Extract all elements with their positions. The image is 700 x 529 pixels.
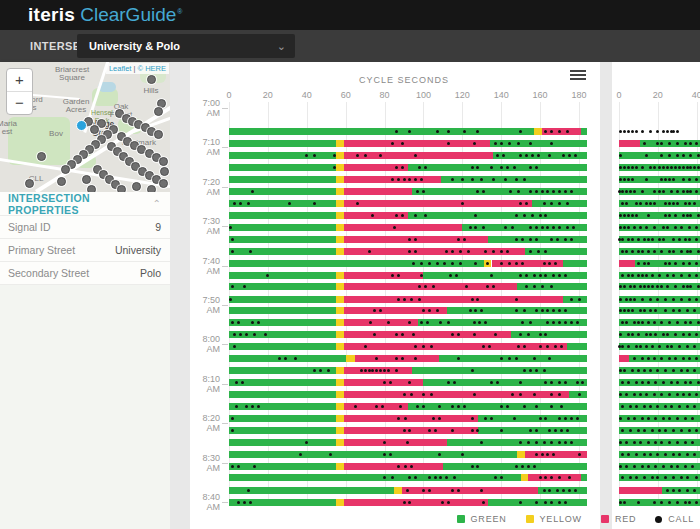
signal-marker[interactable] bbox=[132, 182, 141, 191]
main-content: + − Leaflet | © HERE Briarcrest SquareAs… bbox=[0, 62, 700, 529]
call-dot bbox=[641, 130, 644, 133]
call-dot bbox=[451, 429, 454, 432]
call-dot bbox=[562, 489, 565, 492]
call-dot bbox=[414, 178, 417, 181]
call-dot bbox=[519, 501, 522, 504]
time-axis-tick bbox=[222, 502, 228, 503]
call-dot bbox=[578, 453, 581, 456]
call-dot bbox=[486, 262, 489, 265]
phase-segment-r bbox=[619, 260, 635, 267]
call-dot bbox=[529, 226, 532, 229]
call-dot bbox=[672, 453, 675, 456]
call-dot bbox=[523, 369, 526, 372]
call-dot bbox=[643, 238, 646, 241]
call-dot bbox=[247, 202, 250, 205]
call-dot bbox=[682, 166, 685, 169]
time-axis-label: 7:10 AM bbox=[190, 137, 220, 157]
call-dot bbox=[484, 250, 487, 253]
call-dot bbox=[525, 202, 528, 205]
signal-marker[interactable] bbox=[160, 167, 169, 176]
time-axis-tick bbox=[222, 423, 228, 424]
map-attribution: Leaflet | © HERE bbox=[106, 63, 169, 74]
call-dot bbox=[523, 178, 526, 181]
call-dot bbox=[471, 417, 474, 420]
call-dot bbox=[680, 429, 683, 432]
call-dot bbox=[623, 130, 626, 133]
here-link[interactable]: © HERE bbox=[138, 64, 166, 73]
call-dot bbox=[653, 226, 656, 229]
call-dot bbox=[539, 214, 542, 217]
map-zoom-out-button[interactable]: − bbox=[7, 92, 32, 114]
top-brand-bar: iteris ClearGuide® bbox=[0, 0, 700, 30]
phase-segment-g bbox=[490, 140, 587, 147]
call-dot bbox=[631, 214, 634, 217]
call-dot bbox=[305, 441, 308, 444]
call-dot bbox=[682, 154, 685, 157]
signal-marker[interactable] bbox=[154, 107, 163, 116]
call-dot bbox=[676, 130, 679, 133]
call-dot bbox=[564, 501, 567, 504]
call-dot bbox=[395, 333, 398, 336]
call-dot bbox=[506, 166, 509, 169]
leaflet-link[interactable]: Leaflet bbox=[109, 64, 132, 73]
call-dot bbox=[515, 214, 518, 217]
call-dot bbox=[618, 190, 621, 193]
call-dot bbox=[471, 166, 474, 169]
call-dot bbox=[631, 369, 634, 372]
phase-segment-y bbox=[534, 128, 542, 135]
call-dot bbox=[430, 393, 433, 396]
map-zoom-in-button[interactable]: + bbox=[7, 69, 32, 92]
call-dot bbox=[541, 190, 544, 193]
property-label: Signal ID bbox=[0, 221, 155, 233]
call-dot bbox=[356, 202, 359, 205]
call-dot bbox=[251, 405, 254, 408]
call-dot bbox=[387, 369, 390, 372]
phase-segment-g bbox=[229, 463, 336, 470]
call-dot bbox=[389, 381, 392, 384]
call-dot bbox=[383, 369, 386, 372]
phase-segment-g bbox=[229, 212, 336, 219]
signal-marker[interactable] bbox=[147, 75, 156, 84]
call-dot bbox=[461, 178, 464, 181]
map-panel[interactable]: + − Leaflet | © HERE Briarcrest SquareAs… bbox=[0, 62, 170, 192]
call-dot bbox=[533, 465, 536, 468]
call-dot bbox=[471, 298, 474, 301]
call-dot bbox=[688, 357, 691, 360]
signal-marker[interactable] bbox=[90, 125, 99, 134]
chart-menu-icon[interactable] bbox=[570, 70, 586, 82]
call-dot bbox=[576, 321, 579, 324]
signal-marker[interactable] bbox=[82, 175, 91, 184]
call-dot bbox=[629, 429, 632, 432]
red-swatch bbox=[601, 515, 609, 523]
call-dot bbox=[680, 274, 683, 277]
call-dot bbox=[688, 298, 691, 301]
call-dot bbox=[457, 238, 460, 241]
phase-segment-y bbox=[336, 427, 344, 434]
phase-segment-g bbox=[229, 140, 336, 147]
call-dot bbox=[543, 489, 546, 492]
signal-marker[interactable] bbox=[25, 179, 34, 188]
phase-segment-g bbox=[229, 224, 336, 231]
signal-marker[interactable] bbox=[57, 177, 66, 186]
call-dot bbox=[618, 345, 621, 348]
intersection-dropdown[interactable]: University & Polo ⌄ bbox=[77, 34, 295, 58]
call-dot bbox=[564, 274, 567, 277]
chevron-up-icon[interactable]: ⌃ bbox=[153, 198, 170, 209]
call-dot bbox=[651, 274, 654, 277]
call-dot bbox=[676, 501, 679, 504]
call-dot bbox=[686, 405, 689, 408]
signal-marker[interactable] bbox=[154, 130, 163, 139]
selected-signal-marker[interactable] bbox=[76, 120, 87, 131]
signal-marker[interactable] bbox=[37, 152, 46, 161]
phase-segment-r bbox=[619, 487, 662, 494]
time-axis-tick bbox=[222, 266, 228, 267]
x-tick-label: 40 bbox=[302, 90, 312, 100]
phase-segment-r bbox=[344, 296, 564, 303]
signal-marker[interactable] bbox=[159, 157, 168, 166]
call-dot bbox=[401, 214, 404, 217]
phase-segment-g bbox=[478, 427, 587, 434]
signal-marker[interactable] bbox=[159, 179, 168, 188]
signal-marker[interactable] bbox=[61, 165, 70, 174]
phase-segment-y bbox=[336, 379, 344, 386]
call-dot bbox=[660, 441, 663, 444]
